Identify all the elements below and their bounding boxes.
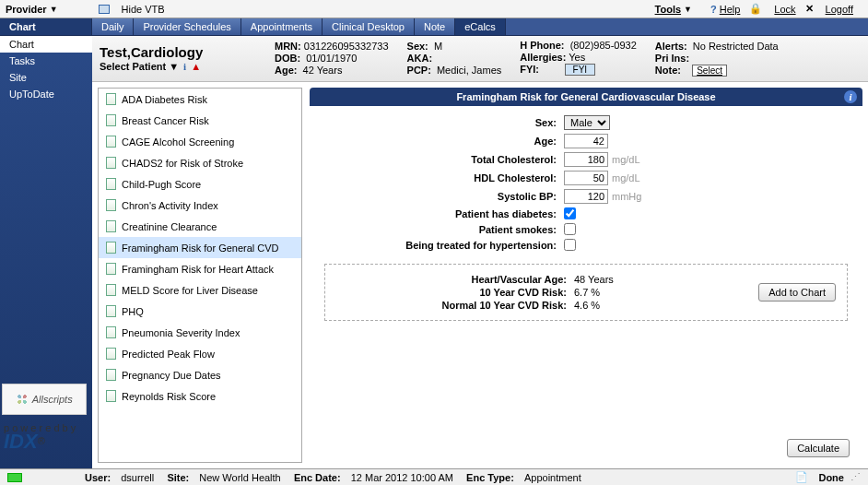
- calc-list-item[interactable]: CAGE Alcohol Screening: [99, 131, 301, 152]
- calculator-title-bar: Framingham Risk for General Cardiovascul…: [310, 88, 862, 106]
- resize-grip-icon[interactable]: ⋰: [848, 471, 861, 483]
- chevron-down-icon: ▼: [50, 5, 58, 14]
- tab-ecalcs[interactable]: eCalcs: [455, 18, 506, 35]
- calculator-body: Sex: Male Age: Total Cholesterol: mg/dL …: [310, 106, 862, 433]
- tab-provider-schedules[interactable]: Provider Schedules: [134, 18, 240, 35]
- calc-list-item-label: Framingham Risk for Heart Attack: [122, 264, 274, 275]
- provider-dropdown[interactable]: Provider ▼: [6, 4, 67, 15]
- patient-name: Test,Cardiology: [100, 44, 256, 60]
- calc-list-item-label: CAGE Alcohol Screening: [122, 136, 234, 148]
- calculator-list[interactable]: ADA Diabetes RiskBreast Cancer RiskCAGE …: [98, 88, 302, 463]
- status-site-label: Site:: [167, 472, 189, 483]
- sidepanel-site[interactable]: Site: [0, 69, 92, 86]
- calculator-icon: [106, 242, 116, 254]
- total-cholesterol-input[interactable]: [564, 152, 608, 167]
- calculator-icon: [106, 326, 116, 338]
- note-label: Note:: [655, 65, 681, 76]
- calc-list-item[interactable]: PHQ: [99, 301, 301, 322]
- calc-list-item[interactable]: Child-Pugh Score: [99, 173, 301, 195]
- calc-list-item[interactable]: Framingham Risk for Heart Attack: [99, 258, 301, 279]
- calculator-icon: [106, 369, 116, 381]
- tc-field-label: Total Cholesterol:: [324, 154, 564, 165]
- fyi-button[interactable]: FYI: [565, 64, 596, 76]
- status-enc: 12 Mar 2012 10:00 AM: [351, 472, 453, 483]
- sex-value: M: [434, 41, 442, 52]
- age-label: Age:: [275, 65, 297, 76]
- calculate-button[interactable]: Calculate: [787, 439, 850, 457]
- sex-select[interactable]: Male: [564, 115, 610, 130]
- tab-daily[interactable]: Daily: [92, 18, 134, 35]
- htn-field-label: Being treated for hypertension:: [324, 240, 564, 251]
- sex-label: Sex:: [407, 41, 428, 52]
- sidepanel-uptodate[interactable]: UpToDate: [0, 86, 92, 102]
- alerts-label: Alerts:: [655, 41, 687, 52]
- select-patient-button[interactable]: Select Patient ▼: [100, 61, 179, 72]
- calculator-icon: [106, 136, 116, 148]
- patient-banner: Test,Cardiology Select Patient ▼ i ▲ MRN…: [92, 36, 868, 82]
- hphone-label: H Phone:: [520, 40, 564, 51]
- tab-clinical-desktop[interactable]: Clinical Desktop: [323, 18, 415, 35]
- calculator-icon: [106, 263, 116, 275]
- mrn-value: 031226095332733: [304, 41, 389, 52]
- calculator-pane: Framingham Risk for General Cardiovascul…: [310, 88, 862, 463]
- chevron-down-icon: ▼: [684, 5, 692, 14]
- sidepanel-tasks[interactable]: Tasks: [0, 53, 92, 69]
- sidepanel-chart[interactable]: Chart: [0, 36, 92, 53]
- calc-list-item[interactable]: MELD Score for Liver Disease: [99, 279, 301, 301]
- info-icon[interactable]: i: [183, 61, 186, 72]
- ncvd-value: 4.6 %: [574, 300, 600, 311]
- calc-list-item[interactable]: Breast Cancer Risk: [99, 110, 301, 131]
- document-icon: 📄: [795, 471, 808, 483]
- calculator-icon: [106, 199, 116, 211]
- pcp-value: Medici, James: [437, 65, 501, 76]
- calculator-icon: [106, 284, 116, 296]
- info-icon[interactable]: i: [844, 90, 857, 103]
- calculator-icon: [106, 114, 116, 126]
- calc-list-item[interactable]: Pneumonia Severity Index: [99, 322, 301, 343]
- tab-appointments[interactable]: Appointments: [241, 18, 323, 35]
- add-to-chart-button[interactable]: Add to Chart: [758, 283, 836, 302]
- calc-list-item[interactable]: Creatinine Clearance: [99, 216, 301, 237]
- calc-list-item[interactable]: ADA Diabetes Risk: [99, 89, 301, 110]
- calc-list-item[interactable]: Predicted Peak Flow: [99, 343, 301, 364]
- pcp-label: PCP:: [407, 65, 431, 76]
- calc-list-item[interactable]: Reynolds Risk Score: [99, 385, 301, 407]
- idx-logo: p o w e r e d b y IDX®: [2, 420, 87, 452]
- calc-list-item-label: Framingham Risk for General CVD: [122, 243, 279, 254]
- sbp-unit: mmHg: [612, 191, 641, 202]
- dob-label: DOB:: [275, 53, 300, 64]
- status-user-label: User:: [85, 472, 111, 483]
- calc-list-item[interactable]: Chron's Activity Index: [99, 195, 301, 216]
- close-icon: ✕: [805, 3, 814, 15]
- calc-list-item[interactable]: CHADS2 for Risk of Stroke: [99, 152, 301, 173]
- status-type-label: Enc Type:: [466, 472, 514, 483]
- diabetes-checkbox[interactable]: [564, 207, 576, 219]
- smokes-checkbox[interactable]: [564, 223, 576, 235]
- calc-list-item-label: Child-Pugh Score: [122, 179, 201, 190]
- dob-value: 01/01/1970: [306, 53, 357, 64]
- help-link[interactable]: ? Help: [710, 4, 740, 15]
- lock-button[interactable]: 🔒 Lock: [749, 3, 795, 15]
- tools-menu[interactable]: Tools ▼: [655, 4, 701, 15]
- calculator-icon: [106, 178, 116, 190]
- calc-list-item-label: MELD Score for Liver Disease: [122, 285, 258, 296]
- calc-list-item[interactable]: Pregnancy Due Dates: [99, 364, 301, 385]
- alerts-value: No Restricted Data: [693, 41, 779, 52]
- systolic-bp-input[interactable]: [564, 189, 608, 204]
- calc-list-item-label: Breast Cancer Risk: [122, 115, 209, 126]
- tab-note[interactable]: Note: [415, 18, 455, 35]
- calculator-icon: [106, 157, 116, 169]
- htn-checkbox[interactable]: [564, 239, 576, 251]
- tab-strip: Chart Daily Provider Schedules Appointme…: [0, 18, 868, 36]
- tab-chart-side[interactable]: Chart: [0, 18, 92, 35]
- fyi-label: FYI:: [520, 64, 539, 75]
- logoff-button[interactable]: ✕ Logoff: [805, 3, 853, 15]
- note-select-button[interactable]: Select: [692, 65, 727, 77]
- hdl-cholesterol-input[interactable]: [564, 171, 608, 185]
- alert-icon[interactable]: ▲: [191, 61, 201, 72]
- calculator-title: Framingham Risk for General Cardiovascul…: [456, 91, 715, 102]
- logo-area: Allscripts p o w e r e d b y IDX®: [2, 384, 90, 452]
- age-input[interactable]: [564, 134, 608, 148]
- hide-vtb-button[interactable]: Hide VTB: [99, 4, 174, 15]
- calc-list-item[interactable]: Framingham Risk for General CVD: [99, 237, 301, 258]
